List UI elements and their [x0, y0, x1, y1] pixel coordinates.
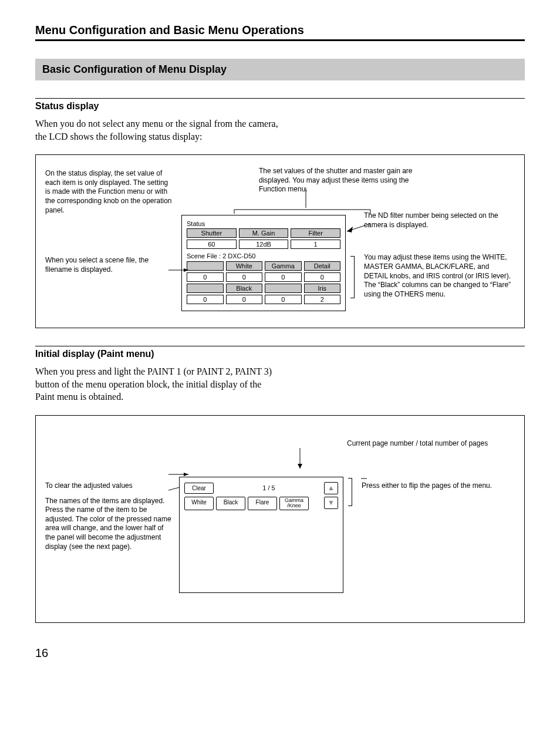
status-body-text: When you do not select any menu or the s… [35, 117, 282, 143]
bracket-flip [348, 478, 352, 506]
note-flip-pages: Press either to flip the pages of the me… [362, 481, 515, 491]
val-filter: 1 [291, 240, 340, 249]
hdr-row3-blank2 [265, 284, 302, 293]
scene-file-text: Scene File : 2 DXC-D50 [187, 252, 340, 260]
item-black[interactable]: Black [216, 497, 245, 510]
bracket-right [350, 256, 355, 298]
val-row2-0: 0 [187, 272, 224, 282]
hdr-iris: Iris [304, 284, 341, 293]
status-heading: Status display [35, 98, 525, 112]
val-row2-3: 0 [304, 272, 341, 282]
val-row3-3: 2 [304, 295, 341, 304]
status-figure: The set values of the shutter and master… [35, 154, 525, 328]
note-nd-filter: The ND filter number being selected on t… [364, 211, 515, 230]
hdr-white: White [226, 261, 263, 271]
initial-figure: Current page number / total number of pa… [35, 415, 525, 623]
item-gamma-knee[interactable]: Gamma /Knee [279, 497, 309, 510]
item-white[interactable]: White [184, 497, 214, 510]
hdr-detail: Detail [304, 261, 341, 271]
note-scene-file: When you select a scene file, the filena… [45, 256, 174, 274]
chapter-title: Menu Configuration and Basic Menu Operat… [35, 23, 525, 37]
note-shutter-gain: The set values of the shutter and master… [259, 167, 423, 194]
clear-button[interactable]: Clear [184, 483, 214, 494]
val-row2-2: 0 [265, 272, 302, 282]
val-row3-0: 0 [187, 295, 224, 304]
status-lcd: Status Shutter M. Gain Filter 60 12dB 1 … [181, 215, 346, 311]
val-row3-1: 0 [226, 295, 263, 304]
lcd-status-label: Status [187, 220, 340, 227]
hdr-filter: Filter [291, 228, 340, 238]
val-shutter: 60 [187, 240, 237, 249]
val-row3-2: 0 [265, 295, 302, 304]
hdr-row3-blank [187, 284, 224, 293]
item-flare[interactable]: Flare [248, 497, 277, 510]
page-number: 16 [35, 646, 525, 660]
hdr-row2-blank [187, 261, 224, 271]
hdr-gamma: Gamma [265, 261, 302, 271]
note-page-indicator: Current page number / total number of pa… [347, 439, 523, 447]
page-indicator: 1 / 5 [216, 484, 322, 491]
note-adjust-items: You may adjust these items using the WHI… [364, 253, 515, 299]
initial-heading: Initial display (Paint menu) [35, 346, 525, 359]
page-up-button[interactable]: ▲ [324, 482, 338, 494]
val-row2-1: 0 [226, 272, 263, 282]
val-mgain: 12dB [239, 240, 289, 249]
note-status-readonly: On the status display, the set value of … [45, 169, 174, 215]
note-clear-values: To clear the adjusted values [45, 481, 174, 491]
hdr-black: Black [226, 284, 263, 293]
section-title: Basic Configuration of Menu Display [35, 59, 525, 80]
page-down-button[interactable]: ▼ [324, 497, 338, 509]
hdr-shutter: Shutter [187, 228, 237, 238]
note-item-names: The names of the items are displayed. Pr… [45, 497, 174, 552]
initial-body-text: When you press and light the PAINT 1 (or… [35, 365, 282, 403]
paint-lcd: Clear 1 / 5 ▲ White Black Flare Gamma /K… [179, 477, 343, 593]
chapter-rule [35, 39, 525, 41]
hdr-mgain: M. Gain [239, 228, 289, 238]
